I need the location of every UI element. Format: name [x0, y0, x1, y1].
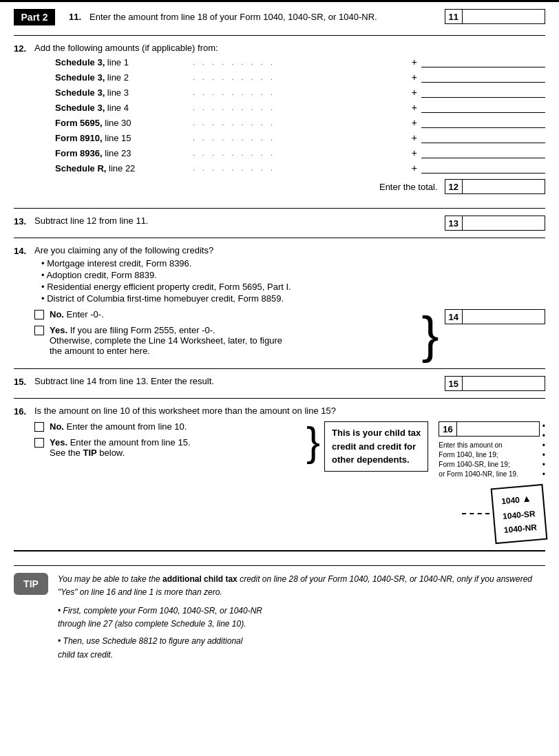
- sched-label-4: Schedule 3, line 4: [55, 103, 193, 113]
- line14-input[interactable]: [463, 309, 545, 324]
- line15-text: Subtract line 14 from line 13. Enter the…: [34, 376, 438, 386]
- plus-5: +: [412, 117, 417, 128]
- sched-label-6: Form 8910, line 15: [55, 133, 193, 143]
- tip-badge: TIP: [14, 573, 48, 595]
- sched-label-8: Schedule R, line 22: [55, 163, 193, 174]
- line16-checkboxes: No. Enter the amount from line 10. Yes. …: [34, 421, 302, 463]
- line11-text: Enter the amount from line 18 of your Fo…: [89, 12, 438, 22]
- line14-row: 14. Are you claiming any of the followin…: [14, 245, 545, 361]
- forms-stamp: 1040 ▲ 1040-SR 1040-NR: [491, 484, 548, 544]
- line14-bracket: }: [421, 309, 439, 361]
- bullet-1: Mortgage interest credit, Form 8396.: [41, 258, 545, 269]
- line11-input-area: 11: [445, 9, 545, 24]
- tip-para1: You may be able to take the additional c…: [58, 573, 545, 599]
- plus-7: +: [412, 147, 417, 158]
- sched-row-8: Schedule R, line 22 . . . . . . . . . +: [55, 162, 545, 174]
- child-tax-box: This is your child taxcredit and credit …: [324, 421, 428, 472]
- plus-4: +: [412, 102, 417, 113]
- line14-no-checkbox[interactable]: [34, 310, 44, 319]
- sched-label-5: Form 5695, line 30: [55, 118, 193, 128]
- sched-line-1[interactable]: [421, 56, 545, 67]
- divider-after-14: [14, 368, 545, 369]
- line13-input-area: 13: [445, 216, 545, 231]
- dots-8: . . . . . . . . .: [193, 164, 408, 172]
- sched-line-4[interactable]: [421, 102, 545, 113]
- line16-num: 16.: [14, 406, 34, 417]
- dots-7: . . . . . . . . .: [193, 149, 408, 157]
- line12-row: 12. Add the following amounts (if applic…: [14, 43, 545, 201]
- line12-text: Add the following amounts (if applicable…: [34, 43, 545, 53]
- divider-after-11: [14, 35, 545, 36]
- line15-row: 15. Subtract line 14 from line 13. Enter…: [14, 376, 545, 391]
- sched-row-5: Form 5695, line 30 . . . . . . . . . +: [55, 117, 545, 128]
- line12-content: Add the following amounts (if applicable…: [34, 43, 545, 201]
- line15-box-label: 15: [445, 376, 463, 391]
- line14-no-text: No. Enter -0-.: [50, 309, 104, 319]
- line12-input[interactable]: [463, 179, 545, 194]
- line16-row: 16. Is the amount on line 10 of this wor…: [14, 406, 545, 542]
- section-16: 16. Is the amount on line 10 of this wor…: [14, 406, 545, 542]
- line14-yes-text-block: Yes. If you are filing Form 2555, enter …: [50, 325, 282, 356]
- bullet-3: Residential energy efficient property cr…: [41, 282, 545, 292]
- line16-main-area: No. Enter the amount from line 10. Yes. …: [34, 421, 545, 479]
- sched-line-8[interactable]: [421, 162, 545, 174]
- line13-input[interactable]: [463, 216, 545, 231]
- sched-label-2: Schedule 3, line 2: [55, 72, 193, 83]
- line15-input-area: 15: [445, 376, 545, 391]
- plus-3: +: [412, 87, 417, 98]
- sched-label-7: Form 8936, line 23: [55, 148, 193, 158]
- total-row: Enter the total. 12: [55, 179, 545, 194]
- page: Part 2 11. Enter the amount from line 18…: [0, 0, 559, 756]
- line16-brace-area: }: [306, 421, 320, 463]
- line14-input-area: 14: [445, 309, 545, 324]
- tip-bullet1: • First, complete your Form 1040, 1040-S…: [58, 605, 545, 631]
- line12-num: 12.: [14, 43, 34, 54]
- sched-row-4: Schedule 3, line 4 . . . . . . . . . +: [55, 102, 545, 113]
- line16-no-checkbox[interactable]: [34, 422, 44, 432]
- total-label: Enter the total.: [379, 182, 438, 192]
- line13-num: 13.: [14, 216, 34, 227]
- dots-2: . . . . . . . . .: [193, 73, 408, 81]
- line14-bracket-area: }: [421, 309, 439, 361]
- divider-after-13: [14, 238, 545, 238]
- dots-1: . . . . . . . . .: [193, 58, 408, 66]
- line16-yes-subtext: See the TIP below.: [50, 448, 125, 458]
- line16-brace: }: [306, 421, 320, 463]
- line14-area: No. Enter -0-. Yes. If you are filing Fo…: [34, 309, 545, 361]
- sched-line-2[interactable]: [421, 72, 545, 83]
- line16-input-row: 16: [439, 421, 539, 437]
- sched-line-3[interactable]: [421, 87, 545, 98]
- line16-question: Is the amount on line 10 of this workshe…: [34, 406, 545, 416]
- sched-label-3: Schedule 3, line 3: [55, 87, 193, 98]
- sched-line-6[interactable]: [421, 132, 545, 143]
- line13-box-label: 13: [445, 216, 463, 231]
- section-14: 14. Are you claiming any of the followin…: [14, 245, 545, 361]
- line14-yes-row: Yes. If you are filing Form 2555, enter …: [34, 325, 416, 356]
- line14-yes-checkbox[interactable]: [34, 326, 44, 335]
- divider-after-12: [14, 208, 545, 209]
- line13-row: 13. Subtract line 12 from line 11. 13: [14, 216, 545, 231]
- line16-content: Is the amount on line 10 of this workshe…: [34, 406, 545, 542]
- sched-line-7[interactable]: [421, 147, 545, 158]
- dotted-right: ••••••: [542, 421, 545, 476]
- forms-stamp-area: 1040 ▲ 1040-SR 1040-NR: [34, 486, 545, 542]
- line14-bullets: Mortgage interest credit, Form 8396. Ado…: [34, 258, 545, 304]
- plus-1: +: [412, 56, 417, 67]
- line11-input[interactable]: [463, 9, 545, 24]
- line16-input[interactable]: [457, 421, 540, 437]
- line16-yes-row: Yes. Enter the amount from line 15. See …: [34, 437, 302, 458]
- sched-line-5[interactable]: [421, 117, 545, 128]
- sched-row-6: Form 8910, line 15 . . . . . . . . . +: [55, 132, 545, 143]
- stamp-1040nr: 1040-NR: [503, 521, 538, 537]
- sched-row-3: Schedule 3, line 3 . . . . . . . . . +: [55, 87, 545, 98]
- tip-bullet2: • Then, use Schedule 8812 to figure any …: [58, 635, 545, 661]
- plus-6: +: [412, 132, 417, 143]
- divider-after-15: [14, 398, 545, 399]
- divider-before-tip: [14, 550, 545, 552]
- line16-enter-note: Enter this amount onForm 1040, line 19;F…: [439, 441, 518, 479]
- line16-right-area: 16 Enter this amount onForm 1040, line 1…: [439, 421, 539, 479]
- line16-no-row: No. Enter the amount from line 10.: [34, 421, 302, 432]
- line14-box-label: 14: [445, 309, 463, 324]
- line15-input[interactable]: [463, 376, 545, 391]
- line16-yes-checkbox[interactable]: [34, 438, 44, 448]
